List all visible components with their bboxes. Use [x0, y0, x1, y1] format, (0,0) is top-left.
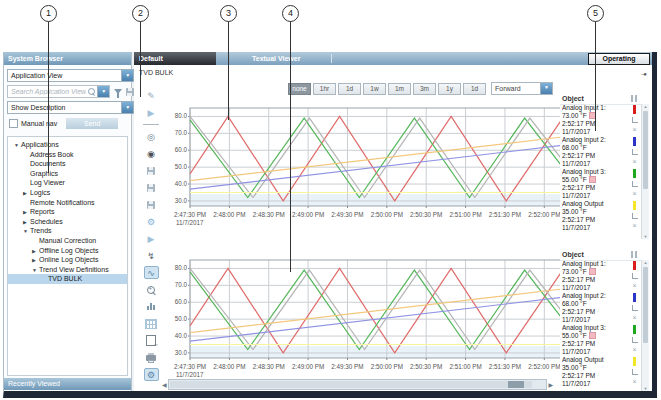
trend-chart-top[interactable]: 80.070.060.050.040.030.02:47:30 PM11/7/2… — [164, 105, 568, 233]
gears-icon[interactable]: ⚙ — [144, 368, 159, 381]
legend-entry-analog-input-3-[interactable]: Analog Input 3:55.00 °F2:52:17 PM11/7/20… — [562, 324, 640, 356]
tree-item-remote-notifications[interactable]: Remote Notifications — [8, 198, 127, 208]
axis-icon[interactable] — [632, 337, 638, 343]
legend-scrollbar-thumb[interactable] — [643, 111, 648, 189]
expand-arrow-icon[interactable]: ▼ — [32, 266, 39, 276]
search-icon[interactable] — [88, 88, 95, 95]
tree-item-reports[interactable]: ▶Reports — [8, 207, 127, 217]
range-button-1m-4[interactable]: 1m — [388, 83, 411, 95]
range-button-none-0[interactable]: none — [288, 83, 311, 95]
range-button-1w-3[interactable]: 1w — [363, 83, 386, 95]
histogram-icon[interactable] — [144, 300, 159, 313]
tree-item-documents[interactable]: Documents — [8, 159, 127, 169]
direction-dropdown[interactable]: Forward▼ — [491, 82, 553, 95]
axis-icon[interactable] — [632, 273, 638, 279]
remove-icon[interactable]: × — [632, 222, 636, 229]
save-as-icon[interactable] — [144, 181, 159, 194]
record-icon[interactable]: ◉ — [144, 147, 159, 160]
tree-item-trends[interactable]: ▼Trends — [8, 226, 127, 236]
legend-entry-analog-input-3-[interactable]: Analog Input 3:55.00 °F2:52:17 PM11/7/20… — [562, 168, 640, 200]
legend-entry-analog-input-1-[interactable]: Analog Input 1:73.00 °F2:52:17 PM11/7/20… — [562, 104, 640, 136]
axis-icon[interactable] — [632, 117, 638, 123]
axis-icon[interactable] — [632, 213, 638, 219]
range-button-1hr-1[interactable]: 1hr — [313, 83, 336, 95]
expand-arrow-icon[interactable]: ▼ — [23, 227, 30, 237]
legend-entry-analog-input-1-[interactable]: Analog Input 1:73.00 °F2:52:17 PM11/7/20… — [562, 260, 640, 292]
scroll-down-icon[interactable]: ▼ — [642, 234, 649, 239]
tree-item-graphics[interactable]: Graphics — [8, 169, 127, 179]
horizontal-scrollbar[interactable]: ◀ ▶ — [162, 379, 553, 390]
tree-item-log-viewer[interactable]: Log Viewer — [8, 178, 127, 188]
legend-options-icon[interactable] — [631, 251, 637, 258]
view-selector-dropdown[interactable]: Application View ▼ — [7, 69, 134, 82]
legend-entry-analog-output[interactable]: Analog Output35.00 °F2:52:17 PM11/7/2017… — [562, 356, 640, 388]
scrollbar-thumb[interactable] — [170, 381, 533, 388]
grid-icon[interactable] — [144, 317, 159, 330]
filter-icon[interactable] — [114, 89, 122, 94]
legend-entry-analog-input-2-[interactable]: Analog Input 2:68.00 °F2:52:17 PM11/7/20… — [562, 292, 640, 324]
scroll-up-icon[interactable]: ▲ — [642, 260, 649, 265]
tree-item-trend-view-definitions[interactable]: ▼Trend View Definitions — [8, 265, 127, 275]
save-icon[interactable] — [144, 164, 159, 177]
remove-icon[interactable]: × — [632, 346, 636, 353]
edit-pencil-icon[interactable]: ✎ — [144, 89, 159, 102]
tree-item-schedules[interactable]: ▶Schedules — [8, 217, 127, 227]
send-button[interactable]: Send — [66, 118, 118, 129]
expand-arrow-icon[interactable]: ▼ — [14, 141, 21, 151]
remove-icon[interactable]: × — [632, 314, 636, 321]
legend-scrollbar-thumb[interactable] — [643, 267, 648, 343]
play-live-icon[interactable]: ▶ — [144, 232, 159, 245]
manual-nav-checkbox[interactable] — [9, 119, 18, 128]
tab-operating[interactable]: Operating — [588, 53, 650, 65]
description-selector-dropdown[interactable]: Show Description ▼ — [7, 101, 134, 114]
axis-icon[interactable] — [632, 369, 638, 375]
legend-entry-analog-output[interactable]: Analog Output35.00 °F2:52:17 PM11/7/2017… — [562, 200, 640, 232]
range-button-1d-2[interactable]: 1d — [338, 83, 361, 95]
remove-icon[interactable]: × — [632, 282, 636, 289]
tree-item-manual-correction[interactable]: Manual Correction — [8, 236, 127, 246]
chevron-down-icon[interactable]: ▼ — [121, 102, 133, 113]
scroll-down-icon[interactable]: ▼ — [642, 386, 649, 391]
scrollbar-grip[interactable] — [508, 381, 524, 388]
tree-item-online-log-objects[interactable]: ▶Online Log Objects — [8, 255, 127, 265]
remove-icon[interactable]: × — [632, 378, 636, 385]
range-button-3m-5[interactable]: 3m — [413, 83, 436, 95]
tree-item-applications[interactable]: ▼Applications — [8, 140, 127, 150]
recently-viewed-bar[interactable]: Recently Viewed — [4, 378, 131, 390]
axis-icon[interactable] — [632, 149, 638, 155]
print-icon[interactable] — [144, 351, 159, 364]
legend-scrollbar[interactable]: ▲▼ — [641, 104, 649, 239]
legend-options-icon[interactable] — [631, 95, 637, 102]
scrollbar-track[interactable] — [168, 379, 548, 390]
tree-item-logics[interactable]: ▶Logics — [8, 188, 127, 198]
tree-item-offline-log-objects[interactable]: ▶Offline Log Objects — [8, 246, 127, 256]
export-icon[interactable] — [144, 334, 159, 347]
tree-item-tvd-bulk[interactable]: TVD BULK — [8, 274, 127, 284]
save-search-icon[interactable] — [126, 88, 134, 96]
play-icon[interactable]: ▶ — [144, 106, 159, 119]
snapshot-icon[interactable]: ◎ — [144, 130, 159, 143]
trend-chart-bottom[interactable]: 80.070.060.050.040.030.02:47:30 PM11/7/2… — [164, 257, 568, 385]
search-input[interactable]: Search Application View ▼ — [7, 85, 110, 98]
dock-pin-icon[interactable]: –● — [641, 71, 646, 77]
tab-default[interactable]: Default — [134, 52, 216, 65]
chevron-down-icon[interactable]: ▼ — [97, 86, 109, 97]
live-update-icon[interactable]: ↯ — [144, 249, 159, 262]
chevron-down-icon[interactable]: ▼ — [540, 83, 552, 94]
trend-chart-icon[interactable]: ∿ — [144, 266, 159, 279]
remove-icon[interactable]: × — [632, 190, 636, 197]
axis-icon[interactable] — [632, 305, 638, 311]
remove-icon[interactable]: × — [632, 158, 636, 165]
range-button-1d-7[interactable]: 1d — [463, 83, 486, 95]
legend-entry-analog-input-2-[interactable]: Analog Input 2:68.00 °F2:52:17 PM11/7/20… — [562, 136, 640, 168]
save-all-icon[interactable] — [144, 198, 159, 211]
scroll-right-icon[interactable]: ▶ — [548, 381, 553, 388]
zoom-icon[interactable] — [144, 283, 159, 296]
tree-item-address-book[interactable]: Address Book — [8, 150, 127, 160]
scroll-left-icon[interactable]: ◀ — [162, 381, 167, 388]
settings-gear-icon[interactable]: ⚙ — [144, 215, 159, 228]
scroll-up-icon[interactable]: ▲ — [642, 104, 649, 109]
axis-icon[interactable] — [632, 181, 638, 187]
tab-textual-viewer[interactable]: Textual Viewer — [252, 52, 300, 65]
range-button-1y-6[interactable]: 1y — [438, 83, 461, 95]
